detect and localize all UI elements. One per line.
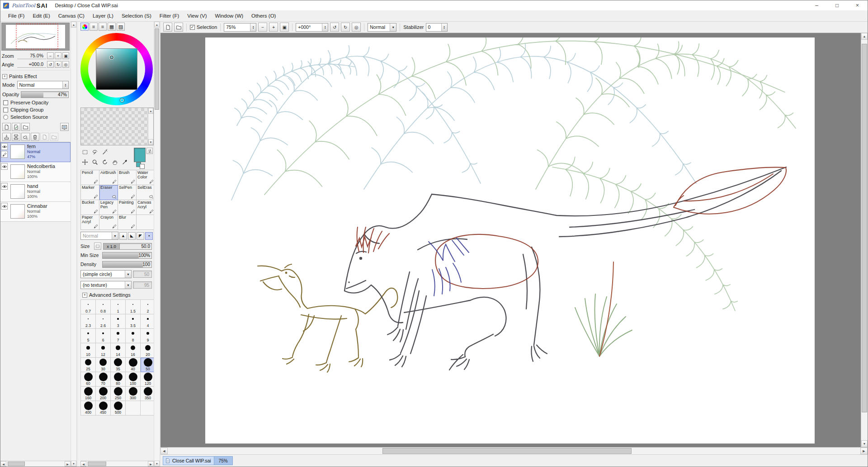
brush-tip-2-button[interactable]: ◣ xyxy=(128,232,136,240)
paste-layer-button[interactable] xyxy=(50,133,58,141)
menu-others[interactable]: Others (O) xyxy=(247,12,280,20)
brush-size-0.8[interactable]: 0.8 xyxy=(96,300,111,314)
scroll-track[interactable] xyxy=(71,28,76,461)
stabilizer-combo[interactable]: 0 xyxy=(426,23,448,32)
transfer-down-button[interactable] xyxy=(2,133,11,141)
menu-canvas[interactable]: Canvas (C) xyxy=(54,12,89,20)
layer-panel-vscrollbar[interactable] xyxy=(71,22,76,467)
tool-panel-hscrollbar[interactable] xyxy=(80,461,154,467)
scratchpad-tab-button[interactable]: ▨ xyxy=(117,23,125,31)
brush-size-3[interactable]: 3 xyxy=(111,314,126,329)
tool-crayon[interactable]: Crayon xyxy=(99,215,118,230)
brush-size-1[interactable]: 1 xyxy=(111,300,126,314)
scroll-thumb[interactable] xyxy=(382,448,632,454)
zoom-tool[interactable] xyxy=(90,158,99,167)
brush-size-250[interactable]: 250 xyxy=(111,387,126,401)
dropdown-arrow-icon[interactable] xyxy=(112,232,118,239)
spinner-icon[interactable] xyxy=(250,23,256,31)
color-wheel[interactable] xyxy=(80,33,153,105)
brush-size-450[interactable]: 450 xyxy=(96,401,111,416)
navigator-zoom-out-button[interactable]: − xyxy=(47,52,54,59)
new-file-button[interactable] xyxy=(163,23,172,32)
brush-size-200[interactable]: 200 xyxy=(96,387,111,401)
dropdown-arrow-icon[interactable] xyxy=(390,23,396,31)
layer-item-fern[interactable]: fern Normal 47% xyxy=(0,142,71,162)
tool-eraser[interactable]: Eraser xyxy=(99,185,118,200)
brush-size-120[interactable]: 120 xyxy=(141,372,154,387)
brush-shape-select[interactable]: (simple circle) xyxy=(80,270,132,278)
brush-size-12[interactable]: 12 xyxy=(96,343,111,358)
lasso-tool[interactable] xyxy=(90,148,99,157)
canvas-hscrollbar[interactable] xyxy=(160,447,868,454)
brush-size-500[interactable]: 500 xyxy=(111,401,126,416)
scroll-right-icon[interactable] xyxy=(148,461,154,467)
scroll-down-icon[interactable] xyxy=(71,461,76,467)
new-layer-set-button[interactable] xyxy=(21,123,30,131)
brush-size-300[interactable]: 300 xyxy=(126,387,141,401)
hsv-sliders-tab-button[interactable]: ≡ xyxy=(99,23,107,31)
close-button[interactable]: × xyxy=(847,0,868,10)
brush-size-35[interactable]: 35 xyxy=(111,358,126,372)
rect-select-tool[interactable] xyxy=(80,148,90,157)
brush-size-50[interactable]: 50 xyxy=(141,358,154,372)
scroll-up-icon[interactable] xyxy=(861,33,868,40)
swatches-tab-button[interactable]: ▦ xyxy=(108,23,116,31)
move-tool[interactable] xyxy=(80,158,90,167)
menu-filter[interactable]: Filter (F) xyxy=(156,12,183,20)
canvas[interactable] xyxy=(205,37,815,444)
tool-brush[interactable]: Brush xyxy=(118,170,137,185)
menu-layer[interactable]: Layer (L) xyxy=(89,12,118,20)
scroll-down-icon[interactable] xyxy=(154,461,160,467)
delete-layer-button[interactable] xyxy=(31,133,39,141)
tool-marker[interactable]: Marker xyxy=(81,185,99,200)
dropdown-arrow-icon[interactable] xyxy=(125,281,131,289)
layer-visibility-toggle[interactable] xyxy=(1,183,8,190)
preserve-opacity-checkbox[interactable] xyxy=(3,100,8,105)
expand-icon[interactable] xyxy=(2,74,7,79)
zoom-reset-button[interactable]: ▣ xyxy=(280,23,289,32)
layer-thumbnail[interactable] xyxy=(10,184,25,199)
spinner-icon[interactable] xyxy=(62,81,68,89)
swap-colors-button[interactable] xyxy=(146,148,153,154)
brush-size-350[interactable]: 350 xyxy=(141,387,154,401)
open-file-button[interactable] xyxy=(174,23,183,32)
hue-marker[interactable] xyxy=(120,98,124,102)
view-mode-combo[interactable]: Normal xyxy=(368,23,396,32)
zoom-in-button[interactable]: + xyxy=(269,23,278,32)
brush-size-2[interactable]: 2 xyxy=(141,300,154,314)
navigator-rotate-reset-button[interactable]: ◎ xyxy=(62,61,69,68)
layer-opacity-slider[interactable]: 47% xyxy=(21,91,69,98)
advanced-settings-header[interactable]: Advanced Settings xyxy=(80,290,154,299)
saturation-value-square[interactable] xyxy=(96,48,137,90)
dropdown-arrow-icon[interactable] xyxy=(125,271,131,278)
layer-visibility-toggle[interactable] xyxy=(1,163,8,170)
scroll-thumb[interactable] xyxy=(862,44,867,412)
scroll-track[interactable] xyxy=(154,28,160,461)
tool-panel-vscrollbar[interactable] xyxy=(154,22,160,467)
brush-size-7[interactable]: 7 xyxy=(111,329,126,343)
tool-pencil[interactable]: Pencil xyxy=(81,170,99,185)
current-color-swatch[interactable] xyxy=(134,148,146,162)
brush-size-0.7[interactable]: 0.7 xyxy=(81,300,96,314)
merge-down-button[interactable] xyxy=(12,133,20,141)
scroll-track[interactable] xyxy=(148,114,153,139)
zoom-out-button[interactable]: − xyxy=(258,23,267,32)
brush-size-30[interactable]: 30 xyxy=(96,358,111,372)
clipping-group-checkbox[interactable] xyxy=(3,107,8,112)
brush-size-40[interactable]: 40 xyxy=(126,358,141,372)
density-slider[interactable]: 100 xyxy=(102,261,152,268)
menu-edit[interactable]: Edit (E) xyxy=(28,12,54,20)
tool-legacy-pen[interactable]: Legacy Pen xyxy=(99,200,118,215)
brush-texture-strength[interactable]: 95 xyxy=(133,281,152,289)
scroll-track[interactable] xyxy=(6,461,65,467)
brush-texture-select[interactable]: (no texture) xyxy=(80,281,132,289)
layer-thumbnail[interactable] xyxy=(10,204,25,219)
tool-seleras[interactable]: SelEras xyxy=(137,185,154,200)
scroll-track[interactable] xyxy=(861,40,868,440)
navigator-zoom-reset-button[interactable]: ▣ xyxy=(62,52,69,59)
layer-thumbnail[interactable] xyxy=(10,145,25,159)
minimize-button[interactable]: – xyxy=(807,0,827,10)
scratchpad-area[interactable] xyxy=(81,108,148,145)
layer-visibility-toggle[interactable] xyxy=(1,203,8,210)
tool-empty-slot[interactable] xyxy=(137,215,154,230)
